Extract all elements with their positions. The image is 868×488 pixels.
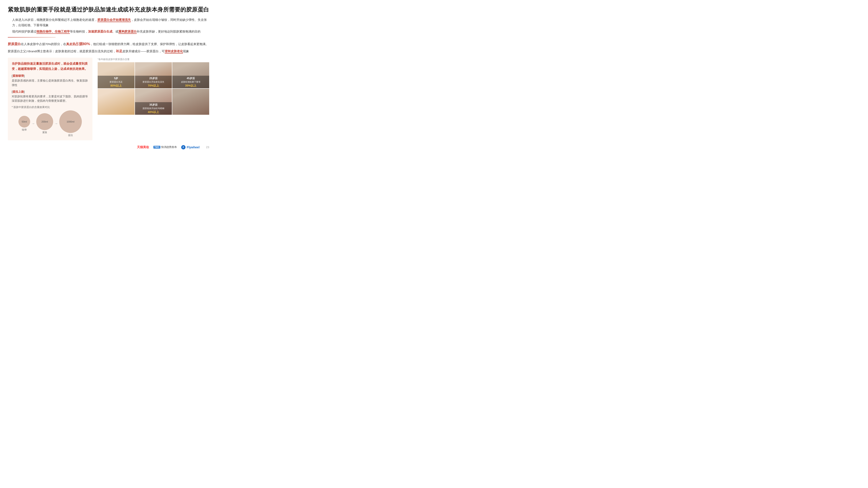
photo-text-45: 45岁后 皮肤松弛轮廓下垂等 35%以上	[172, 76, 209, 89]
tmall-label: 天猫美妆	[137, 145, 149, 149]
flywheel-label: Flywheel	[187, 145, 199, 149]
photo-bg-child	[98, 89, 134, 115]
para2-end: 补充皮肤所缺，更好地达到肌肤紧致饱满的目的	[137, 30, 200, 33]
age-label-35: 35岁后	[135, 103, 172, 107]
para2-h1: 细胞生物学、生物工程学	[36, 30, 70, 34]
para1-highlight: 胶原蛋白会开始逐渐流失	[97, 18, 131, 22]
collagen-intro2-mid: 皮肤关键成分——胶原蛋白，可	[122, 50, 165, 53]
para1-text: 人体进入25岁后，细胞更新分化和繁殖赶不上细胞老化的速度，	[12, 18, 97, 22]
divider	[8, 37, 56, 37]
chart-label: * 肌肤中胶原蛋白的含量效果对比	[12, 105, 89, 109]
age-pct-35: 40%以上	[135, 110, 172, 114]
right-panel: *各年龄段皮肤中胶原蛋白含量 5岁 胶原蛋白充足 80%以上 25岁后	[98, 58, 209, 140]
tmic-label: 快消趋势发布	[161, 145, 177, 149]
para2-mid: 等生物科技，	[70, 30, 88, 33]
age-desc-35: 面部线条开始松垮模糊	[135, 107, 172, 110]
age-label-45: 45岁后	[173, 76, 209, 80]
collagen-pct: 占据80%	[75, 42, 90, 46]
circle-md-label: 紧致	[42, 131, 47, 134]
para2-h3: 重构胶原蛋白	[119, 30, 137, 34]
flywheel-icon: F	[181, 145, 186, 150]
circle-group-2: 200ml 紧致	[36, 113, 53, 134]
bracket-section-2: [提拉上扬] 对肌肤轮廓有着更高的要求，主要是对皮下脂肪、肌肉筋膜等深层肌肤进行…	[12, 90, 89, 103]
circle-lg-label: 提拉	[68, 134, 73, 137]
page-number: 23	[206, 145, 209, 149]
age-pct-5: 80%以上	[98, 84, 134, 88]
collagen-h1: 胶原蛋白	[8, 42, 21, 46]
photo-cell-woman1: 25岁后 胶原蛋白开始老化流失 70%以上	[135, 62, 172, 88]
bracket1-label-inner: 紧致嘭弹	[12, 74, 24, 77]
age-pct-45: 35%以上	[173, 84, 209, 88]
collagen-intro1-text: 在人体皮肤中占据70%的部分，在	[21, 42, 66, 46]
main-title: 紧致肌肤的重要手段就是通过护肤品加速生成或补充皮肤本身所需要的胶原蛋白	[8, 6, 209, 13]
circle-lg: 1000ml	[59, 110, 82, 133]
photo-cell-45: 45岁后 皮肤松弛轮廓下垂等 35%以上	[172, 62, 209, 88]
bracket2-label: [提拉上扬]	[12, 90, 89, 94]
collagen-intro-2: 胶原蛋白之父J·Brandt博士曾表示：皮肤衰老的过程，就是胶原蛋白流失的过程，…	[8, 48, 209, 54]
left-panel-title: 当护肤品能快速足量激活胶原生成时，就会促成量变到质变，超越紧致嘭弹，实现提拉上扬…	[12, 61, 89, 71]
collagen-intro1-end: ，他们组成一张细密的弹力网，给皮肤提供了支撑、保护和弹性，让皮肤看起来更饱满。	[90, 42, 209, 46]
collagen-intro2-end: 现象	[183, 50, 189, 53]
age-pct-25: 70%以上	[135, 84, 172, 88]
photo-cell-35: 35岁后 面部线条开始松垮模糊 40%以上	[135, 89, 172, 115]
photo-cell-child	[98, 89, 134, 115]
circle-md: 200ml	[36, 113, 53, 130]
arrow-2: →	[55, 122, 58, 126]
age-label-25: 25岁后	[135, 76, 172, 80]
collagen-h2: 真皮层	[66, 42, 75, 46]
age-label-5: 5岁	[98, 76, 134, 80]
circle-group-3: 1000ml 提拉	[59, 110, 82, 137]
right-note: *各年龄段皮肤中胶原蛋白含量	[98, 58, 209, 61]
bracket1-desc: 是肌肤质感的表现，主要核心是刺激胶原蛋白再生、恢复肌肤弹性	[12, 78, 89, 88]
tmic-badge: TMIC	[153, 146, 160, 149]
circle-md-ml: 200ml	[41, 120, 48, 123]
circle-sm-ml: 50ml	[22, 120, 27, 123]
left-panel: 当护肤品能快速足量激活胶原生成时，就会促成量变到质变，超越紧致嘭弹，实现提拉上扬…	[8, 58, 92, 140]
paragraph-2: 现代科技护肤通过细胞生物学、生物工程学等生物科技，加速胶原蛋白生成、或重构胶原蛋…	[8, 29, 209, 34]
photo-bg-older	[172, 89, 209, 115]
para2-pre: 现代科技护肤通过	[12, 30, 36, 33]
collagen-intro2-text: 胶原蛋白之父J·Brandt博士曾表示：皮肤衰老的过程，就是胶原蛋白流失的过程，	[8, 50, 116, 53]
photo-grid: 5岁 胶原蛋白充足 80%以上 25岁后 胶原蛋白开始老化流失 70%以上	[98, 62, 209, 115]
photo-text-35: 35岁后 面部线条开始松垮模糊 40%以上	[135, 102, 172, 115]
tmic-logo: TMIC 快消趋势发布	[153, 145, 177, 149]
page-container: 紧致肌肤的重要手段就是通过护肤品加速生成或补充皮肤本身所需要的胶原蛋白 人体进入…	[0, 0, 217, 154]
circle-sm-label: 嘭弹	[22, 128, 27, 131]
circles-container: 50ml 嘭弹 → 200ml 紧致 → 1000ml 提拉	[12, 110, 89, 137]
para2-h2: 加速胶原蛋白生成	[88, 30, 113, 33]
age-desc-5: 胶原蛋白充足	[98, 80, 134, 84]
bracket-section-1: [紧致嘭弹] 是肌肤质感的表现，主要核心是刺激胶原蛋白再生、恢复肌肤弹性	[12, 74, 89, 88]
footer: 天猫美妆 TMIC 快消趋势发布 F Flywheel 23	[8, 143, 209, 150]
bracket1-label: [紧致嘭弹]	[12, 74, 89, 78]
bracket2-label-inner: 提拉上扬	[12, 90, 24, 93]
age-desc-25: 胶原蛋白开始老化流失	[135, 80, 172, 84]
circle-group-1: 50ml 嘭弹	[19, 116, 30, 131]
photo-text-25: 25岁后 胶原蛋白开始老化流失 70%以上	[135, 76, 172, 89]
arrow-1: →	[31, 122, 35, 126]
bracket2-desc: 对肌肤轮廓有着更高的要求，主要是对皮下脂肪、肌肉筋膜等深层肌肤进行刺激，使肌肉与…	[12, 94, 89, 103]
collagen-h-reverse: 逆转皮肤老化	[165, 50, 183, 54]
age-desc-45: 皮肤松弛轮廓下垂等	[173, 80, 209, 84]
collagen-intro-1: 胶原蛋白在人体皮肤中占据70%的部分，在真皮层占据80%，他们组成一张细密的弹力…	[8, 40, 209, 47]
tmall-logo: 天猫美妆	[137, 145, 149, 149]
flywheel-logo: F Flywheel	[181, 145, 199, 150]
circle-lg-ml: 1000ml	[67, 120, 74, 123]
circle-sm: 50ml	[19, 116, 30, 128]
para2-mid2: 、或	[113, 30, 119, 33]
photo-cell-older	[172, 89, 209, 115]
paragraph-1: 人体进入25岁后，细胞更新分化和繁殖赶不上细胞老化的速度，胶原蛋白会开始逐渐流失…	[8, 18, 209, 28]
photo-text-5: 5岁 胶原蛋白充足 80%以上	[98, 76, 134, 89]
bottom-section: 当护肤品能快速足量激活胶原生成时，就会促成量变到质变，超越紧致嘭弹，实现提拉上扬…	[8, 58, 209, 140]
collagen-h-buzu: 补足	[116, 49, 122, 53]
photo-cell-5: 5岁 胶原蛋白充足 80%以上	[98, 62, 134, 88]
